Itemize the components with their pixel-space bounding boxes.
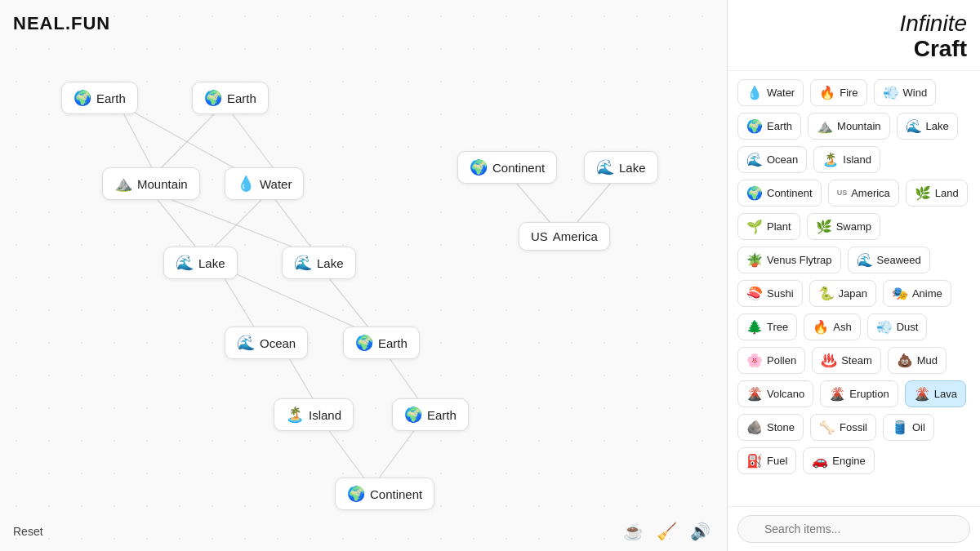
sidebar-item-dust[interactable]: 💨Dust xyxy=(867,313,928,340)
canvas-element-e1[interactable]: 🌍Earth xyxy=(61,82,138,114)
search-bar: 🔍 xyxy=(728,506,980,551)
canvas-element-e3[interactable]: ⛰️Mountain xyxy=(102,167,200,200)
sidebar-item-mud[interactable]: 💩Mud xyxy=(888,347,947,374)
sidebar-item-volcano[interactable]: 🌋Volcano xyxy=(737,380,813,407)
sidebar-item-land[interactable]: 🌿Land xyxy=(906,180,968,207)
canvas-element-e11[interactable]: 🌍Continent xyxy=(335,478,434,510)
sidebar-item-label: Seaweed xyxy=(877,254,921,266)
sidebar-item-emoji: ⛰️ xyxy=(817,118,833,134)
sidebar-item-fuel[interactable]: ⛽Fuel xyxy=(737,447,796,474)
sidebar-item-emoji: 🌋 xyxy=(746,386,763,402)
sidebar-item-label: Dust xyxy=(897,321,919,333)
sidebar-item-label: Fuel xyxy=(767,455,787,467)
sidebar-item-label: Mountain xyxy=(837,120,880,132)
element-emoji: 🌍 xyxy=(404,406,422,424)
canvas-element-e7[interactable]: 🌊Ocean xyxy=(225,327,308,359)
items-grid[interactable]: 💧Water🔥Fire💨Wind🌍Earth⛰️Mountain🌊Lake🌊Oc… xyxy=(728,71,980,506)
sidebar-item-sushi[interactable]: 🍣Sushi xyxy=(737,280,803,307)
sidebar-item-lava[interactable]: 🌋Lava xyxy=(905,380,966,407)
sidebar-item-label: Volcano xyxy=(767,388,804,400)
sidebar-item-seaweed[interactable]: 🌊Seaweed xyxy=(848,247,930,273)
search-wrapper: 🔍 xyxy=(737,515,970,543)
sidebar-item-fossil[interactable]: 🦴Fossil xyxy=(810,414,876,441)
us-tag: US xyxy=(837,189,848,197)
sidebar-item-tree[interactable]: 🌲Tree xyxy=(737,313,797,340)
sidebar-item-pollen[interactable]: 🌸Pollen xyxy=(737,347,805,374)
element-label: Earth xyxy=(227,91,256,105)
sidebar-item-anime[interactable]: 🎭Anime xyxy=(883,280,951,307)
element-label: Continent xyxy=(370,487,422,501)
sidebar-item-emoji: 🌿 xyxy=(915,185,931,201)
sidebar-item-emoji: 🛢️ xyxy=(892,420,908,435)
sidebar-title: InfiniteCraft xyxy=(900,11,968,62)
brush-icon[interactable]: 🧹 xyxy=(657,522,677,541)
sidebar-item-ocean[interactable]: 🌊Ocean xyxy=(737,146,807,173)
sidebar-item-emoji: ⛽ xyxy=(746,453,763,469)
sidebar-item-emoji: 🌊 xyxy=(857,252,873,268)
canvas-element-e13[interactable]: 🌊Lake xyxy=(584,151,658,184)
sidebar-item-emoji: 🌸 xyxy=(746,353,763,368)
canvas-element-e6[interactable]: 🌊Lake xyxy=(282,247,356,279)
element-emoji: 🌊 xyxy=(176,254,194,272)
sidebar-item-wind[interactable]: 💨Wind xyxy=(874,79,937,106)
sidebar-item-fire[interactable]: 🔥Fire xyxy=(810,79,866,106)
sound-icon[interactable]: 🔊 xyxy=(690,522,710,541)
search-input[interactable] xyxy=(737,515,970,543)
sidebar-item-label: Ocean xyxy=(767,153,798,166)
sidebar-item-label: Water xyxy=(767,87,795,99)
sidebar-item-mountain[interactable]: ⛰️Mountain xyxy=(808,113,889,140)
canvas-element-e4[interactable]: 💧Water xyxy=(225,167,304,200)
canvas-element-e10[interactable]: 🌍Earth xyxy=(392,398,469,431)
sidebar-item-label: Lake xyxy=(926,120,949,132)
canvas-element-e2[interactable]: 🌍Earth xyxy=(192,82,269,114)
reset-button[interactable]: Reset xyxy=(13,525,43,538)
sidebar-item-label: Fossil xyxy=(840,421,867,433)
sidebar-item-label: Sushi xyxy=(767,287,794,300)
canvas-element-e12[interactable]: 🌍Continent xyxy=(457,151,557,184)
sidebar-item-emoji: 🚗 xyxy=(812,453,828,469)
sidebar-item-swamp[interactable]: 🌿Swamp xyxy=(807,213,880,240)
sidebar-item-continent[interactable]: 🌍Continent xyxy=(737,180,822,207)
sidebar-item-eruption[interactable]: 🌋Eruption xyxy=(820,380,898,407)
sidebar-item-america[interactable]: USAmerica xyxy=(828,180,899,207)
sidebar-item-venus-flytrap[interactable]: 🪴Venus Flytrap xyxy=(737,247,841,273)
sidebar-item-label: Venus Flytrap xyxy=(767,254,832,266)
element-emoji: 🌍 xyxy=(347,485,365,503)
sidebar-item-stone[interactable]: 🪨Stone xyxy=(737,414,804,441)
element-label: Earth xyxy=(96,91,126,105)
sidebar-header: InfiniteCraft xyxy=(728,0,980,71)
sidebar-item-plant[interactable]: 🌱Plant xyxy=(737,213,800,240)
sidebar-item-water[interactable]: 💧Water xyxy=(737,79,804,106)
sidebar-item-label: America xyxy=(851,187,890,199)
canvas-element-e14[interactable]: USAmerica xyxy=(519,222,610,251)
sidebar-item-emoji: 🌍 xyxy=(746,118,763,134)
canvas-element-e9[interactable]: 🏝️Island xyxy=(274,398,354,431)
sidebar-item-emoji: 🌱 xyxy=(746,219,763,234)
sidebar-item-emoji: 💨 xyxy=(876,319,893,335)
sidebar-item-emoji: 💨 xyxy=(883,85,899,100)
sidebar-item-label: Land xyxy=(935,187,959,199)
sidebar-item-steam[interactable]: ♨️Steam xyxy=(812,347,881,374)
sidebar-item-lake[interactable]: 🌊Lake xyxy=(897,113,958,140)
sidebar-item-emoji: 🍣 xyxy=(746,286,763,301)
element-emoji: 🌍 xyxy=(74,89,91,107)
element-label: Earth xyxy=(427,408,457,422)
sidebar-item-label: Tree xyxy=(767,321,788,333)
element-emoji: 🌊 xyxy=(596,158,614,176)
canvas-area[interactable]: NEAL.FUN Reset ☕ 🧹 🔊 🌍Earth🌍Earth⛰️Mount… xyxy=(0,0,727,551)
sidebar-item-emoji: 🐍 xyxy=(818,286,835,301)
canvas-element-e5[interactable]: 🌊Lake xyxy=(163,247,238,279)
canvas-element-e8[interactable]: 🌍Earth xyxy=(343,327,420,359)
sidebar-item-earth[interactable]: 🌍Earth xyxy=(737,113,801,140)
sidebar-item-engine[interactable]: 🚗Engine xyxy=(803,447,874,474)
sidebar-item-label: Lava xyxy=(934,388,957,400)
sidebar-item-island[interactable]: 🏝️Island xyxy=(813,146,880,173)
sidebar-item-ash[interactable]: 🔥Ash xyxy=(804,313,860,340)
element-label: Lake xyxy=(317,256,344,270)
sidebar-item-japan[interactable]: 🐍Japan xyxy=(809,280,876,307)
element-emoji: 🌊 xyxy=(237,334,255,352)
coffee-icon[interactable]: ☕ xyxy=(623,522,644,541)
sidebar-item-emoji: 🔥 xyxy=(813,319,829,335)
sidebar-item-oil[interactable]: 🛢️Oil xyxy=(883,414,934,441)
sidebar-item-label: Pollen xyxy=(767,354,796,367)
